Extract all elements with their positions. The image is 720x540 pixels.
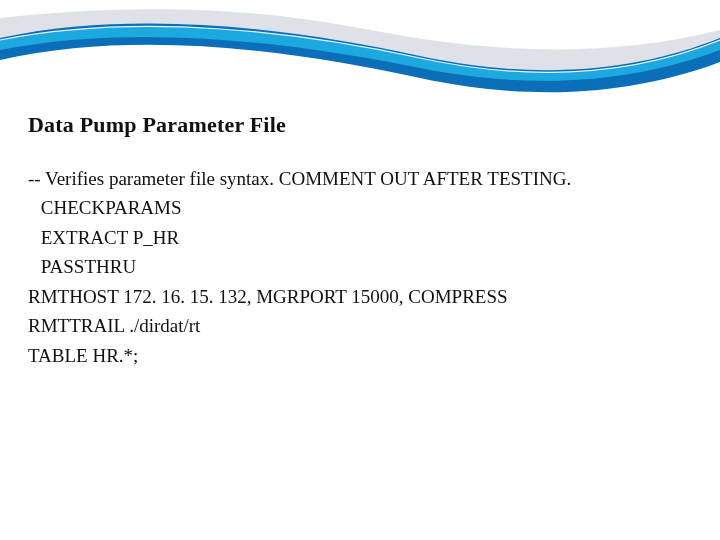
code-line: -- Verifies parameter file syntax. COMME… — [28, 164, 692, 193]
code-line: PASSTHRU — [28, 252, 692, 281]
wave-svg — [0, 0, 720, 110]
slide-wave-decoration — [0, 0, 720, 110]
code-line: RMTHOST 172. 16. 15. 132, MGRPORT 15000,… — [28, 282, 692, 311]
parameter-file-listing: -- Verifies parameter file syntax. COMME… — [28, 164, 692, 370]
presentation-slide: Data Pump Parameter File -- Verifies par… — [0, 0, 720, 540]
code-line: TABLE HR.*; — [28, 341, 692, 370]
code-line: CHECKPARAMS — [28, 193, 692, 222]
code-line: EXTRACT P_HR — [28, 223, 692, 252]
slide-title: Data Pump Parameter File — [28, 112, 692, 138]
slide-content: Data Pump Parameter File -- Verifies par… — [28, 112, 692, 370]
code-line: RMTTRAIL ./dirdat/rt — [28, 311, 692, 340]
